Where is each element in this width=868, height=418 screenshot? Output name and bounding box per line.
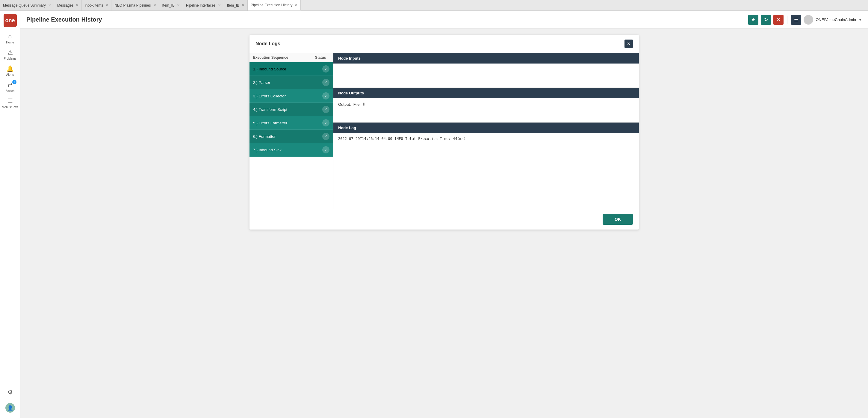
switch-icon: ⇄ bbox=[7, 81, 12, 88]
log-entry: 2022-07-29T14:26:14-04:00 INFO Total Exe… bbox=[338, 137, 466, 141]
tab-item-ib-2[interactable]: Item_IB✕ bbox=[224, 0, 248, 10]
user-section[interactable]: ONEIValueChainAdmin ▼ bbox=[804, 15, 862, 25]
exec-row-2[interactable]: 2.) Parser✓ bbox=[249, 76, 333, 89]
node-outputs-section: Node Outputs Output: File ⬇ bbox=[333, 88, 639, 123]
exec-row-6[interactable]: 6.) Formatter✓ bbox=[249, 130, 333, 143]
exec-seq-header: Execution Sequence bbox=[253, 55, 311, 60]
close-page-button[interactable]: ✕ bbox=[773, 15, 783, 25]
tab-inbox-items[interactable]: inbox/items✕ bbox=[82, 0, 112, 10]
tab-messages[interactable]: Messages✕ bbox=[54, 0, 82, 10]
tab-msg-queue[interactable]: Message Queue Summary✕ bbox=[0, 0, 54, 10]
exec-row-check-3: ✓ bbox=[322, 92, 330, 99]
refresh-button[interactable]: ↻ bbox=[761, 15, 771, 25]
tab-label-pipeline-interfaces: Pipeline Interfaces bbox=[186, 3, 216, 7]
sidebar-badge-switch: 1 bbox=[12, 80, 17, 84]
node-log-header: Node Log bbox=[333, 123, 639, 133]
exec-row-1[interactable]: 1.) Inbound Source✓ bbox=[249, 62, 333, 76]
node-log-body: 2022-07-29T14:26:14-04:00 INFO Total Exe… bbox=[333, 133, 639, 209]
sidebar-item-problems[interactable]: ⚠Problems bbox=[1, 47, 19, 63]
dialog-close-button[interactable]: ✕ bbox=[624, 39, 633, 48]
tab-neo-plasma[interactable]: NEO Plasma Pipelines✕ bbox=[112, 0, 159, 10]
exec-status-header: Status bbox=[311, 55, 330, 60]
tab-close-item-ib-2[interactable]: ✕ bbox=[242, 3, 244, 7]
exec-row-check-6: ✓ bbox=[322, 133, 330, 140]
sidebar-item-menus-favs[interactable]: ☰Menus/Favs bbox=[1, 95, 19, 111]
execution-panel: Execution Sequence Status 1.) Inbound So… bbox=[249, 53, 333, 209]
alerts-icon: 🔔 bbox=[6, 65, 14, 72]
tab-close-pipeline-exec-history[interactable]: ✕ bbox=[295, 3, 298, 7]
content-area: Pipeline Execution History ★ ↻ ✕ ☰ ONEIV… bbox=[20, 11, 868, 418]
sidebar-label-switch: Switch bbox=[6, 89, 14, 93]
ok-button[interactable]: OK bbox=[602, 214, 633, 225]
user-avatar-sidebar: 👤 bbox=[5, 403, 15, 413]
exec-row-label-1: 1.) Inbound Source bbox=[253, 67, 322, 71]
sidebar-item-settings[interactable]: ⚙ bbox=[4, 386, 16, 398]
page-content: Node Logs ✕ Execution Sequence Status 1.… bbox=[20, 29, 868, 418]
sidebar-label-problems: Problems bbox=[4, 57, 16, 60]
exec-rows-container: 1.) Inbound Source✓2.) Parser✓3.) Errors… bbox=[249, 62, 333, 157]
tab-label-item-ib-2: Item_IB bbox=[227, 3, 239, 7]
tab-bar: Message Queue Summary✕Messages✕inbox/ite… bbox=[0, 0, 868, 11]
tab-close-msg-queue[interactable]: ✕ bbox=[48, 3, 51, 7]
node-inputs-section: Node Inputs bbox=[333, 53, 639, 88]
exec-table-header: Execution Sequence Status bbox=[249, 53, 333, 62]
tab-label-messages: Messages bbox=[57, 3, 74, 7]
sidebar-label-menus-favs: Menus/Favs bbox=[2, 106, 18, 109]
sidebar-item-user[interactable]: 👤 bbox=[4, 400, 16, 415]
detail-panel: Node Inputs Node Outputs Output: File ⬇ bbox=[333, 53, 639, 209]
page-header: Pipeline Execution History ★ ↻ ✕ ☰ ONEIV… bbox=[20, 11, 868, 29]
star-button[interactable]: ★ bbox=[748, 15, 758, 25]
tab-label-pipeline-exec-history: Pipeline Execution History bbox=[251, 3, 292, 7]
tab-close-messages[interactable]: ✕ bbox=[76, 3, 79, 7]
output-row: Output: File ⬇ bbox=[338, 102, 634, 107]
exec-row-label-7: 7.) Inbound Sink bbox=[253, 148, 322, 152]
output-label: Output: bbox=[338, 102, 351, 107]
exec-row-label-2: 2.) Parser bbox=[253, 80, 322, 85]
sidebar-bottom: ⚙ 👤 bbox=[4, 386, 16, 415]
tab-label-neo-plasma: NEO Plasma Pipelines bbox=[115, 3, 151, 7]
user-name: ONEIValueChainAdmin bbox=[815, 18, 856, 22]
exec-row-3[interactable]: 3.) Errors Collector✓ bbox=[249, 89, 333, 103]
sidebar-item-switch[interactable]: ⇄Switch1 bbox=[1, 79, 19, 95]
sidebar-item-home[interactable]: ⌂Home bbox=[1, 31, 19, 47]
exec-row-label-5: 5.) Errors Formatter bbox=[253, 121, 322, 125]
download-icon[interactable]: ⬇ bbox=[362, 102, 366, 107]
tab-close-pipeline-interfaces[interactable]: ✕ bbox=[218, 3, 221, 7]
exec-row-label-4: 4.) Transform Script bbox=[253, 107, 322, 112]
exec-row-label-3: 3.) Errors Collector bbox=[253, 94, 322, 98]
tab-close-neo-plasma[interactable]: ✕ bbox=[153, 3, 156, 7]
menu-button[interactable]: ☰ bbox=[791, 15, 801, 25]
tab-label-item-ib: Item_IB bbox=[162, 3, 175, 7]
sidebar: one ⌂Home⚠Problems🔔Alerts⇄Switch1☰Menus/… bbox=[0, 11, 20, 418]
sidebar-label-alerts: Alerts bbox=[6, 73, 14, 77]
exec-row-check-5: ✓ bbox=[322, 119, 330, 126]
node-inputs-header: Node Inputs bbox=[333, 53, 639, 63]
exec-row-check-1: ✓ bbox=[322, 65, 330, 72]
node-outputs-header: Node Outputs bbox=[333, 88, 639, 98]
exec-row-check-7: ✓ bbox=[322, 146, 330, 153]
tab-label-msg-queue: Message Queue Summary bbox=[3, 3, 46, 7]
dialog-footer: OK bbox=[249, 209, 639, 230]
page-title: Pipeline Execution History bbox=[26, 16, 102, 23]
exec-row-4[interactable]: 4.) Transform Script✓ bbox=[249, 103, 333, 116]
tab-pipeline-exec-history[interactable]: Pipeline Execution History✕ bbox=[248, 0, 301, 10]
tab-item-ib[interactable]: Item_IB✕ bbox=[159, 0, 183, 10]
exec-row-label-6: 6.) Formatter bbox=[253, 134, 322, 139]
node-inputs-body bbox=[333, 63, 639, 88]
exec-row-check-4: ✓ bbox=[322, 106, 330, 113]
tab-close-inbox-items[interactable]: ✕ bbox=[105, 3, 108, 7]
dialog-card: Node Logs ✕ Execution Sequence Status 1.… bbox=[249, 35, 639, 230]
dropdown-arrow-icon: ▼ bbox=[859, 18, 862, 22]
tab-label-inbox-items: inbox/items bbox=[85, 3, 103, 7]
settings-icon: ⚙ bbox=[7, 389, 13, 396]
output-type: File bbox=[353, 102, 360, 107]
header-actions: ★ ↻ ✕ ☰ ONEIValueChainAdmin ▼ bbox=[748, 15, 862, 25]
dialog-header: Node Logs ✕ bbox=[249, 35, 639, 53]
user-avatar-header bbox=[804, 15, 813, 25]
logo[interactable]: one bbox=[4, 14, 17, 27]
exec-row-7[interactable]: 7.) Inbound Sink✓ bbox=[249, 143, 333, 157]
tab-close-item-ib[interactable]: ✕ bbox=[177, 3, 180, 7]
tab-pipeline-interfaces[interactable]: Pipeline Interfaces✕ bbox=[183, 0, 224, 10]
exec-row-5[interactable]: 5.) Errors Formatter✓ bbox=[249, 116, 333, 130]
sidebar-item-alerts[interactable]: 🔔Alerts bbox=[1, 63, 19, 79]
